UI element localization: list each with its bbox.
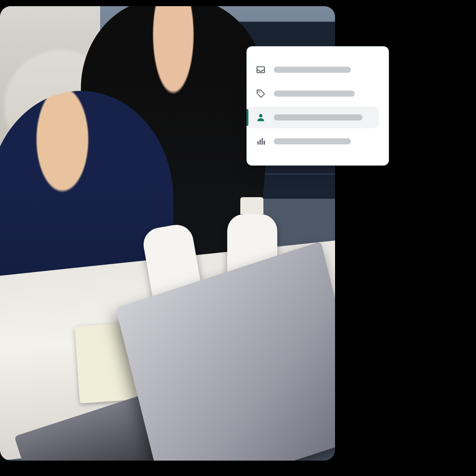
nav-label-placeholder xyxy=(274,114,362,121)
inbox-icon xyxy=(255,64,266,75)
nav-label-placeholder xyxy=(274,91,355,97)
nav-item-inbox[interactable] xyxy=(247,59,379,80)
svg-rect-5 xyxy=(264,141,265,145)
svg-rect-4 xyxy=(261,138,263,144)
person-icon xyxy=(255,112,266,123)
svg-point-1 xyxy=(259,114,263,117)
tag-icon xyxy=(255,88,266,99)
chart-icon xyxy=(255,136,266,147)
sidebar-nav-card xyxy=(246,46,389,166)
nav-label-placeholder xyxy=(274,67,351,73)
svg-rect-3 xyxy=(260,140,261,145)
nav-item-customers[interactable] xyxy=(247,107,379,128)
svg-point-0 xyxy=(258,91,260,92)
nav-item-tags[interactable] xyxy=(247,83,379,104)
nav-label-placeholder xyxy=(274,138,351,144)
nav-item-analytics[interactable] xyxy=(247,131,379,152)
svg-rect-2 xyxy=(257,141,258,145)
